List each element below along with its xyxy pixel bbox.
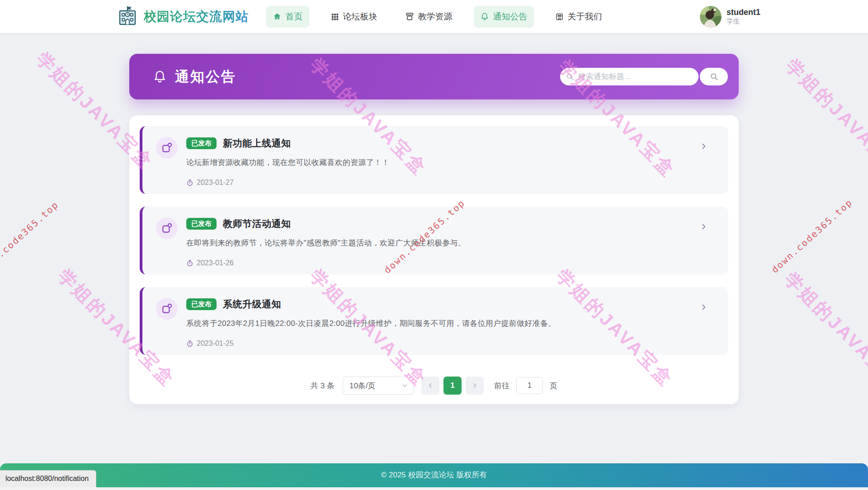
nav-item-label: 首页 [286, 11, 303, 23]
home-icon [273, 12, 282, 21]
nav-item-label: 通知公告 [493, 11, 528, 23]
top-navbar: 校园论坛交流网站 首页 论坛板块 [0, 0, 868, 33]
nav-item-notifications[interactable]: 通知公告 [474, 6, 534, 28]
search-bar [560, 68, 728, 85]
nav-item-label: 关于我们 [568, 11, 602, 23]
notification-content: 系统将于2023年2月1日晚22:00-次日凌晨2:00进行升级维护，期间服务不… [186, 318, 688, 329]
window-bottom-edge [0, 487, 868, 490]
notification-title: 系统升级通知 [223, 298, 281, 311]
watermark-red: down.code365.top [769, 197, 855, 275]
page-size-value: 10条/页 [349, 381, 376, 391]
status-badge: 已发布 [186, 298, 217, 311]
notification-icon [156, 217, 178, 239]
resource-box-icon [406, 12, 414, 21]
goto-page-input[interactable] [516, 377, 543, 394]
notification-body: 已发布 教师节活动通知 在即将到来的教师节，论坛将举办"感恩教师"主题活动，欢迎… [186, 217, 688, 267]
brand-title: 校园论坛交流网站 [144, 8, 249, 25]
status-url: localhost:8080/notification [5, 475, 89, 482]
banner-heading: 通知公告 [153, 67, 236, 86]
goto-label: 前往 [494, 381, 509, 391]
status-badge: 已发布 [186, 218, 217, 230]
prev-page-button[interactable] [421, 377, 439, 395]
notification-head: 已发布 新功能上线通知 [186, 137, 688, 150]
notification-date: 2023-01-25 [197, 339, 234, 348]
chevron-right-icon [700, 223, 708, 231]
search-icon [710, 72, 718, 81]
status-badge: 已发布 [186, 137, 217, 150]
notification-icon [156, 298, 178, 320]
search-icon [566, 73, 574, 80]
footer: © 2025 校园交流论坛 版权所有 [0, 463, 868, 487]
search-input-wrap [560, 68, 698, 85]
notification-card[interactable]: 已发布 系统升级通知 系统将于2023年2月1日晚22:00-次日凌晨2:00进… [140, 287, 728, 355]
notification-body: 已发布 系统升级通知 系统将于2023年2月1日晚22:00-次日凌晨2:00进… [186, 298, 688, 348]
clock-icon [186, 340, 193, 347]
notification-date-row: 2023-01-25 [186, 339, 688, 348]
nav-item-about[interactable]: 关于我们 [549, 6, 609, 28]
bell-icon [481, 12, 489, 21]
nav-item-forum[interactable]: 论坛板块 [324, 6, 384, 28]
notification-head: 已发布 系统升级通知 [186, 298, 688, 311]
notification-body: 已发布 新功能上线通知 论坛新增资源收藏功能，现在您可以收藏喜欢的资源了！！ 2… [186, 137, 688, 187]
school-building-icon [117, 5, 138, 28]
notification-card[interactable]: 已发布 新功能上线通知 论坛新增资源收藏功能，现在您可以收藏喜欢的资源了！！ 2… [140, 126, 728, 194]
chevron-down-icon [401, 382, 408, 389]
notification-date-row: 2023-01-27 [186, 179, 688, 187]
watermark-pink: 学姐的JAVA宝盒 [780, 53, 868, 181]
notification-date: 2023-01-27 [197, 179, 234, 187]
chevron-left-icon [427, 382, 434, 389]
chevron-right-icon [700, 142, 708, 150]
notification-title: 教师节活动通知 [223, 217, 291, 230]
page-unit-label: 页 [550, 381, 557, 391]
app-root: 校园论坛交流网站 首页 论坛板块 [0, 0, 868, 490]
building-icon [556, 13, 564, 21]
avatar [700, 6, 722, 28]
notification-date-row: 2023-01-26 [186, 259, 688, 267]
watermark-pink: 学姐的JAVA宝盒 [779, 267, 868, 395]
nav-item-label: 教学资源 [418, 11, 453, 23]
watermark-red: down.code365.top [0, 199, 61, 278]
grid-icon [331, 13, 339, 21]
pagination: 共 3 条 10条/页 1 前往 页 [140, 377, 728, 395]
user-profile[interactable]: student1 学生 [700, 6, 760, 28]
notification-head: 已发布 教师节活动通知 [186, 217, 688, 230]
browser-status-bar: localhost:8080/notification [0, 470, 96, 487]
notification-content: 在即将到来的教师节，论坛将举办"感恩教师"主题活动，欢迎广大师生积极参与。 [186, 238, 688, 248]
username: student1 [726, 7, 760, 18]
clock-icon [186, 259, 193, 267]
notification-panel: 已发布 新功能上线通知 论坛新增资源收藏功能，现在您可以收藏喜欢的资源了！！ 2… [129, 115, 739, 404]
search-button[interactable] [700, 68, 728, 85]
notification-content: 论坛新增资源收藏功能，现在您可以收藏喜欢的资源了！！ [186, 157, 688, 168]
nav-menu: 首页 论坛板块 教学资 [266, 0, 609, 33]
notification-icon [156, 137, 178, 159]
notification-title: 新功能上线通知 [223, 137, 291, 150]
copyright-text: © 2025 校园交流论坛 版权所有 [381, 470, 487, 487]
user-role: 学生 [726, 17, 760, 26]
user-meta: student1 学生 [726, 7, 760, 26]
notification-date: 2023-01-26 [197, 259, 234, 267]
chevron-right-icon [472, 382, 478, 389]
next-page-button[interactable] [466, 377, 484, 395]
page-1-button[interactable]: 1 [443, 377, 462, 395]
chevron-right-icon [700, 303, 708, 311]
brand[interactable]: 校园论坛交流网站 [117, 5, 249, 28]
bell-icon [153, 70, 167, 84]
pagination-total: 共 3 条 [311, 381, 335, 391]
notification-card[interactable]: 已发布 教师节活动通知 在即将到来的教师节，论坛将举办"感恩教师"主题活动，欢迎… [140, 207, 728, 274]
nav-item-home[interactable]: 首页 [266, 6, 310, 28]
page-title: 通知公告 [175, 67, 236, 86]
search-input[interactable] [577, 72, 693, 82]
page-banner: 通知公告 [129, 54, 739, 99]
nav-item-label: 论坛板块 [343, 11, 377, 23]
nav-item-resources[interactable]: 教学资源 [399, 6, 459, 28]
clock-icon [186, 179, 193, 186]
page-size-select[interactable]: 10条/页 [343, 377, 414, 395]
